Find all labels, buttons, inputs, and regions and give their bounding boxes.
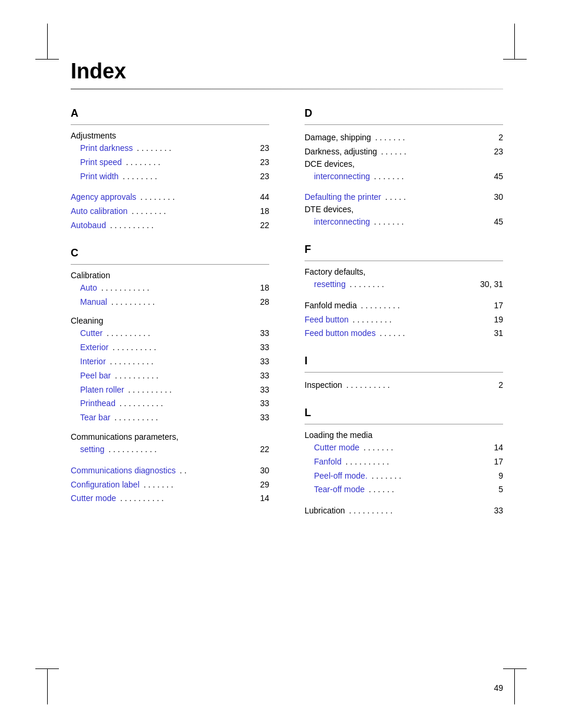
print-width-row: Print width . . . . . . . . 23: [71, 170, 269, 184]
load-fanfold-dots: . . . . . . . . . .: [343, 455, 490, 469]
damage-shipping-dots: . . . . . . .: [373, 131, 494, 145]
clean-interior-label: Interior: [80, 355, 106, 369]
calib-auto-label: Auto: [80, 281, 97, 295]
load-tearoff-dots: . . . . . .: [366, 483, 494, 497]
clean-interior-num: 33: [258, 355, 269, 369]
feed-button-dots: . . . . . . . . .: [351, 313, 490, 327]
section-F: F Factory defaults, resetting . . . . . …: [305, 243, 503, 341]
load-cutter-num: 14: [492, 441, 503, 455]
entry-dte: DTE devices, interconnecting . . . . . .…: [305, 205, 503, 229]
clean-tearbar-row: Tear bar . . . . . . . . . . 33: [71, 411, 269, 425]
auto-calibration-dots: . . . . . . . .: [130, 205, 256, 219]
fanfold-media-dots: . . . . . . . . .: [359, 299, 490, 313]
clean-printhead-row: Printhead . . . . . . . . . . 33: [71, 397, 269, 411]
print-darkness-num: 23: [258, 141, 269, 156]
defaulting-printer-num: 30: [492, 190, 503, 205]
lubrication-num: 33: [492, 504, 503, 518]
calib-manual-dots: . . . . . . . . . .: [109, 295, 256, 309]
load-fanfold-row: Fanfold . . . . . . . . . . 17: [305, 455, 503, 469]
feed-button-row: Feed button . . . . . . . . . 19: [305, 313, 503, 327]
factory-defaults-label: Factory defaults,: [305, 267, 503, 276]
section-I: I Inspection . . . . . . . . . . 2: [305, 355, 503, 393]
border-top-left: [47, 24, 48, 59]
resetting-label: resetting: [314, 278, 346, 292]
clean-interior-row: Interior . . . . . . . . . . 33: [71, 355, 269, 369]
inspection-row: Inspection . . . . . . . . . . 2: [305, 378, 503, 393]
dce-label: DCE devices,: [305, 159, 503, 169]
load-fanfold-num: 17: [492, 455, 503, 469]
damage-shipping-num: 2: [496, 131, 503, 145]
darkness-adjusting-dots: . . . . . .: [379, 145, 490, 159]
border-bottom-left: [47, 669, 48, 704]
cutter-mode-dots: . . . . . . . . . .: [118, 492, 256, 506]
comm-setting-dots: . . . . . . . . . . .: [106, 443, 256, 457]
fanfold-media-label: Fanfold media: [305, 299, 357, 313]
calib-manual-label: Manual: [80, 295, 107, 309]
clean-peelbar-num: 33: [258, 369, 269, 383]
page-number: 49: [494, 683, 503, 693]
clean-cutter-row: Cutter . . . . . . . . . . 33: [71, 327, 269, 341]
clean-cutter-dots: . . . . . . . . . .: [104, 327, 256, 341]
index-columns: A Adjustments Print darkness . . . . . .…: [71, 107, 503, 532]
damage-shipping-label: Damage, shipping: [305, 131, 371, 145]
load-tearoff-label: Tear-off mode: [314, 483, 365, 497]
calib-auto-row: Auto . . . . . . . . . . . 18: [71, 281, 269, 295]
cutter-mode-row: Cutter mode . . . . . . . . . . 14: [71, 492, 269, 506]
fanfold-media-num: 17: [492, 299, 503, 313]
calib-auto-num: 18: [258, 281, 269, 295]
inspection-dots: . . . . . . . . . .: [344, 378, 494, 393]
loading-media-label: Loading the media: [305, 430, 503, 440]
darkness-adjusting-row: Darkness, adjusting . . . . . . 23: [305, 145, 503, 159]
entry-dce: DCE devices, interconnecting . . . . . .…: [305, 159, 503, 184]
dte-label: DTE devices,: [305, 205, 503, 214]
comm-setting-num: 22: [258, 443, 269, 457]
clean-exterior-row: Exterior . . . . . . . . . . 33: [71, 341, 269, 355]
auto-calibration-num: 18: [258, 205, 269, 219]
print-width-dots: . . . . . . . .: [120, 170, 256, 184]
print-speed-dots: . . . . . . . .: [124, 156, 256, 170]
clean-exterior-num: 33: [258, 341, 269, 355]
dce-interconnecting-row: interconnecting . . . . . . . 45: [305, 170, 503, 184]
entry-comm-params: Communications parameters, setting . . .…: [71, 432, 269, 457]
lubrication-row: Lubrication . . . . . . . . . . 33: [305, 504, 503, 518]
autobaud-label: Autobaud: [71, 219, 106, 233]
clean-cutter-label: Cutter: [80, 327, 103, 341]
clean-exterior-dots: . . . . . . . . . .: [110, 341, 256, 355]
lubrication-dots: . . . . . . . . . .: [347, 504, 490, 518]
adjustments-label: Adjustments: [71, 131, 269, 140]
print-width-num: 23: [258, 170, 269, 184]
dte-interconnecting-dots: . . . . . . .: [372, 215, 490, 229]
clean-printhead-num: 33: [258, 397, 269, 411]
section-letter-F: F: [305, 243, 503, 256]
dte-interconnecting-label: interconnecting: [314, 215, 370, 229]
darkness-adjusting-label: Darkness, adjusting: [305, 145, 377, 159]
feed-button-modes-row: Feed button modes . . . . . . 31: [305, 327, 503, 341]
print-speed-label: Print speed: [80, 156, 122, 170]
clean-tearbar-label: Tear bar: [80, 411, 110, 425]
section-letter-C: C: [71, 247, 269, 259]
comm-diag-num: 30: [258, 464, 269, 478]
calib-auto-dots: . . . . . . . . . . .: [99, 281, 256, 295]
clean-platen-dots: . . . . . . . . . .: [126, 383, 256, 397]
comm-diag-row: Communications diagnostics . . 30: [71, 464, 269, 478]
feed-button-modes-dots: . . . . . .: [378, 327, 490, 341]
defaulting-printer-dots: . . . . .: [383, 190, 490, 205]
print-width-label: Print width: [80, 170, 118, 184]
load-peeloff-label: Peel-off mode.: [314, 469, 368, 483]
clean-interior-dots: . . . . . . . . . .: [108, 355, 256, 369]
dce-interconnecting-dots: . . . . . . .: [372, 170, 490, 184]
dte-interconnecting-num: 45: [492, 215, 503, 229]
load-tearoff-row: Tear-off mode . . . . . . 5: [305, 483, 503, 497]
cutter-mode-label: Cutter mode: [71, 492, 116, 506]
comm-params-label: Communications parameters,: [71, 432, 269, 442]
darkness-adjusting-num: 23: [492, 145, 503, 159]
page-title: Index: [71, 59, 503, 84]
fanfold-media-row: Fanfold media . . . . . . . . . 17: [305, 299, 503, 313]
resetting-row: resetting . . . . . . . . 30, 31: [305, 278, 503, 292]
inspection-num: 2: [496, 378, 503, 393]
agency-approvals-dots: . . . . . . . .: [138, 190, 256, 205]
print-speed-row: Print speed . . . . . . . . 23: [71, 156, 269, 170]
section-rule-D: [305, 124, 503, 125]
load-peeloff-num: 9: [496, 469, 503, 483]
config-label-num: 29: [258, 478, 269, 492]
